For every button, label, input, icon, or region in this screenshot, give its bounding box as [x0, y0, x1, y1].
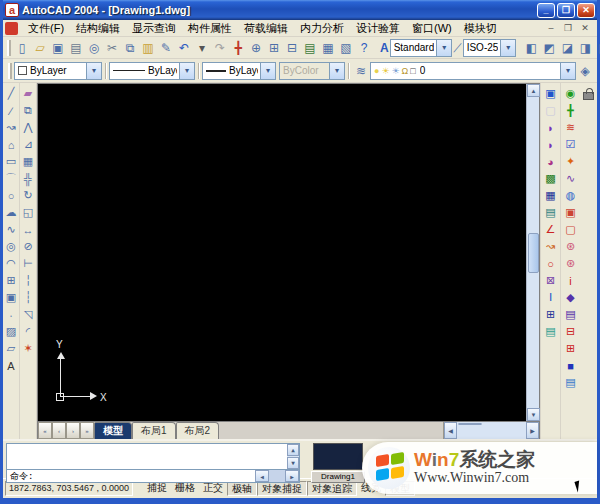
layout-tab[interactable]: 布局1: [132, 422, 176, 439]
layer-control-combo[interactable]: ●☀☀Ω□ 0 ▾: [370, 62, 576, 80]
mdi-close-button[interactable]: ✕: [578, 23, 592, 33]
plus-box-icon[interactable]: ⊞: [563, 340, 579, 357]
checkbox-icon[interactable]: ☑: [563, 136, 579, 153]
undo-dropdown-icon[interactable]: ▾: [193, 39, 211, 57]
explode-icon[interactable]: ✶: [20, 340, 36, 357]
redo-icon[interactable]: ↷: [211, 39, 229, 57]
menu-item[interactable]: 显示查询: [126, 20, 182, 37]
circle-red-icon[interactable]: ○: [543, 255, 559, 272]
toolbar-grip[interactable]: [7, 40, 11, 56]
menu-item[interactable]: 结构编辑: [70, 20, 126, 37]
xbox-icon[interactable]: ⊠: [543, 272, 559, 289]
layout-tab[interactable]: 布局2: [176, 422, 220, 439]
shade-4-icon[interactable]: ◫: [594, 39, 600, 57]
chevron-down-icon[interactable]: ▾: [560, 63, 575, 79]
zoom-window-icon[interactable]: ⊞: [265, 39, 283, 57]
ibeam-icon[interactable]: Ⅰ: [543, 289, 559, 306]
line-icon[interactable]: ╱: [3, 85, 19, 102]
properties-icon[interactable]: ▤: [301, 39, 319, 57]
menu-item[interactable]: 内力分析: [294, 20, 350, 37]
sphere-green-icon[interactable]: ◉: [563, 85, 579, 102]
table-grid-icon[interactable]: ⊞: [543, 306, 559, 323]
extend-icon[interactable]: ⊢: [20, 255, 36, 272]
break-at-point-icon[interactable]: ╎: [20, 272, 36, 289]
zoom-realtime-icon[interactable]: ⊕: [247, 39, 265, 57]
menu-item[interactable]: 窗口(W): [406, 20, 458, 37]
lock-icon[interactable]: [583, 92, 594, 100]
angle-icon[interactable]: ∠: [543, 221, 559, 238]
menu-item[interactable]: 模块切: [458, 20, 503, 37]
construction-line-icon[interactable]: ∕: [3, 102, 19, 119]
cut-icon[interactable]: ✂: [103, 39, 121, 57]
command-history[interactable]: Post: Reading predefined sector library.…: [6, 443, 300, 470]
vertical-scrollbar[interactable]: ▲ ▼: [526, 84, 539, 421]
fillet-icon[interactable]: ◜: [20, 323, 36, 340]
insert-block-icon[interactable]: ⊞: [3, 272, 19, 289]
scroll-right-icon[interactable]: ▶: [526, 422, 539, 439]
layer-bulb-icon[interactable]: ●: [374, 66, 379, 76]
rotate-icon[interactable]: ↻: [20, 187, 36, 204]
designcenter-icon[interactable]: ▦: [319, 39, 337, 57]
region-icon[interactable]: ▱: [3, 340, 19, 357]
mdi-minimize-button[interactable]: –: [544, 23, 558, 33]
flower-1-icon[interactable]: ⊛: [563, 238, 579, 255]
menu-item[interactable]: 设计验算: [350, 20, 406, 37]
color-control-combo[interactable]: ByLayer ▾: [14, 62, 102, 80]
open-icon[interactable]: ▱: [31, 39, 49, 57]
teal-grid-icon[interactable]: ▤: [543, 204, 559, 221]
square-blue-icon[interactable]: ■: [563, 357, 579, 374]
fan-1-icon[interactable]: ◗: [543, 119, 559, 136]
make-block-icon[interactable]: ▣: [3, 289, 19, 306]
layers-palette-icon[interactable]: ≋: [352, 62, 370, 80]
spline-icon[interactable]: ∿: [3, 221, 19, 238]
flower-2-icon[interactable]: ⊛: [563, 255, 579, 272]
mdi-restore-button[interactable]: ❐: [561, 23, 575, 33]
undo-icon[interactable]: ↶: [175, 39, 193, 57]
status-toggle-button[interactable]: 对象追踪: [307, 481, 357, 496]
menu-item[interactable]: 构件属性: [182, 20, 238, 37]
matchprop-icon[interactable]: ✎: [157, 39, 175, 57]
box-red-2-icon[interactable]: ▢: [563, 221, 579, 238]
trim-icon[interactable]: ⊘: [20, 238, 36, 255]
menu-item[interactable]: 荷载编辑: [238, 20, 294, 37]
chamfer-icon[interactable]: ◹: [20, 306, 36, 323]
blank-icon[interactable]: ▢: [543, 102, 559, 119]
chevron-down-icon[interactable]: ▾: [500, 40, 515, 56]
status-toggle-button[interactable]: 栅格: [171, 481, 199, 496]
polyline-icon[interactable]: ↝: [3, 119, 19, 136]
mirror-icon[interactable]: ⋀: [20, 119, 36, 136]
point-icon[interactable]: ∙: [3, 306, 19, 323]
slab-blue-icon[interactable]: ▣: [543, 85, 559, 102]
green-grid-icon[interactable]: ▩: [543, 170, 559, 187]
stripes-teal-icon[interactable]: ▤: [543, 323, 559, 340]
first-tab-button[interactable]: «: [38, 422, 52, 439]
circle-icon[interactable]: ○: [3, 187, 19, 204]
curve-icon[interactable]: ↝: [543, 238, 559, 255]
new-icon[interactable]: ▯: [13, 39, 31, 57]
toolbar-grip[interactable]: [8, 63, 12, 79]
bolt-orange-icon[interactable]: ✦: [563, 153, 579, 170]
minimize-button[interactable]: _: [537, 3, 555, 18]
plot-preview-icon[interactable]: ◎: [85, 39, 103, 57]
status-toggle-button[interactable]: 对象捕捉: [257, 481, 307, 496]
last-tab-button[interactable]: »: [80, 422, 94, 439]
layout-tab[interactable]: 模型: [94, 422, 132, 439]
shade-2-icon[interactable]: ◪: [558, 39, 576, 57]
chevron-down-icon[interactable]: ▾: [86, 63, 101, 79]
scroll-left-icon[interactable]: ◀: [444, 422, 457, 439]
layer-lock-icon[interactable]: Ω: [402, 66, 409, 76]
chevron-down-icon[interactable]: ▾: [260, 63, 275, 79]
hatch-icon[interactable]: ▨: [3, 323, 19, 340]
boot-purple-icon[interactable]: ◆: [563, 289, 579, 306]
close-button[interactable]: ✕: [577, 3, 595, 18]
menu-item[interactable]: 文件(F): [22, 20, 70, 37]
horizontal-scrollbar[interactable]: ◀ ▶: [443, 422, 539, 439]
pan-icon[interactable]: ╋: [229, 39, 247, 57]
offset-icon[interactable]: ⊿: [20, 136, 36, 153]
chevron-down-icon[interactable]: ▾: [436, 40, 451, 56]
command-h-scrollbar[interactable]: ◀ ▶: [255, 470, 299, 482]
revcloud-icon[interactable]: ☁: [3, 204, 19, 221]
help-icon[interactable]: ?: [355, 39, 373, 57]
fan-2-icon[interactable]: ◗: [543, 136, 559, 153]
scrollbar-thumb[interactable]: [528, 233, 539, 273]
